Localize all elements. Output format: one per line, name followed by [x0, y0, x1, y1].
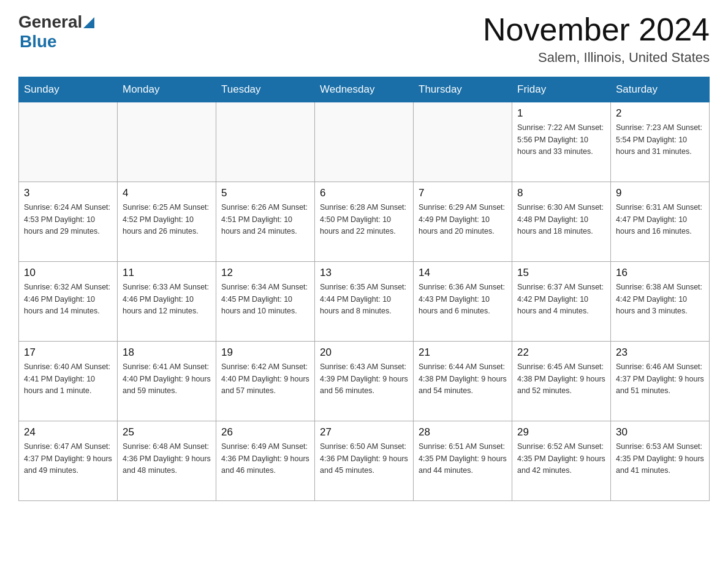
- logo-blue-text: Blue: [20, 32, 57, 52]
- cell-sun-info: Sunrise: 6:44 AM Sunset: 4:38 PM Dayligh…: [419, 361, 507, 397]
- calendar-cell: 21Sunrise: 6:44 AM Sunset: 4:38 PM Dayli…: [414, 342, 512, 421]
- cell-day-number: 19: [221, 347, 309, 359]
- calendar-cell: 8Sunrise: 6:30 AM Sunset: 4:48 PM Daylig…: [512, 182, 611, 262]
- calendar-cell: 5Sunrise: 6:26 AM Sunset: 4:51 PM Daylig…: [216, 182, 315, 262]
- calendar-week-row: 24Sunrise: 6:47 AM Sunset: 4:37 PM Dayli…: [19, 421, 710, 501]
- calendar-cell: 28Sunrise: 6:51 AM Sunset: 4:35 PM Dayli…: [414, 421, 512, 501]
- cell-sun-info: Sunrise: 6:40 AM Sunset: 4:41 PM Dayligh…: [24, 361, 112, 397]
- cell-day-number: 5: [221, 187, 309, 199]
- calendar-cell: 7Sunrise: 6:29 AM Sunset: 4:49 PM Daylig…: [414, 182, 512, 262]
- calendar-cell: 19Sunrise: 6:42 AM Sunset: 4:40 PM Dayli…: [216, 342, 315, 421]
- cell-sun-info: Sunrise: 6:25 AM Sunset: 4:52 PM Dayligh…: [123, 202, 211, 237]
- calendar-title: November 2024: [483, 12, 710, 47]
- cell-sun-info: Sunrise: 6:28 AM Sunset: 4:50 PM Dayligh…: [320, 202, 408, 237]
- cell-sun-info: Sunrise: 6:34 AM Sunset: 4:45 PM Dayligh…: [221, 282, 309, 317]
- cell-sun-info: Sunrise: 6:52 AM Sunset: 4:35 PM Dayligh…: [517, 441, 605, 477]
- cell-sun-info: Sunrise: 7:22 AM Sunset: 5:56 PM Dayligh…: [517, 122, 605, 158]
- cell-day-number: 3: [24, 187, 112, 199]
- header: General Blue November 2024 Salem, Illino…: [18, 12, 710, 66]
- cell-day-number: 27: [320, 426, 408, 439]
- weekday-header-tuesday: Tuesday: [216, 77, 315, 102]
- cell-sun-info: Sunrise: 6:50 AM Sunset: 4:36 PM Dayligh…: [320, 441, 408, 477]
- cell-sun-info: Sunrise: 6:29 AM Sunset: 4:49 PM Dayligh…: [419, 202, 507, 237]
- calendar-cell: 25Sunrise: 6:48 AM Sunset: 4:36 PM Dayli…: [118, 421, 216, 501]
- cell-sun-info: Sunrise: 6:31 AM Sunset: 4:47 PM Dayligh…: [616, 202, 704, 237]
- cell-day-number: 29: [517, 426, 605, 439]
- cell-sun-info: Sunrise: 6:48 AM Sunset: 4:36 PM Dayligh…: [123, 441, 211, 477]
- cell-day-number: 10: [24, 267, 112, 279]
- logo-triangle-icon: [83, 17, 94, 28]
- calendar-cell: 14Sunrise: 6:36 AM Sunset: 4:43 PM Dayli…: [414, 262, 512, 342]
- calendar-cell: 27Sunrise: 6:50 AM Sunset: 4:36 PM Dayli…: [315, 421, 414, 501]
- cell-sun-info: Sunrise: 6:41 AM Sunset: 4:40 PM Dayligh…: [123, 361, 211, 397]
- cell-sun-info: Sunrise: 6:47 AM Sunset: 4:37 PM Dayligh…: [24, 441, 112, 477]
- calendar-cell: 29Sunrise: 6:52 AM Sunset: 4:35 PM Dayli…: [512, 421, 611, 501]
- cell-day-number: 20: [320, 347, 408, 359]
- calendar-cell: [315, 102, 414, 182]
- cell-day-number: 26: [221, 426, 309, 439]
- cell-sun-info: Sunrise: 6:51 AM Sunset: 4:35 PM Dayligh…: [419, 441, 507, 477]
- calendar-week-row: 10Sunrise: 6:32 AM Sunset: 4:46 PM Dayli…: [19, 262, 710, 342]
- cell-day-number: 9: [616, 187, 704, 199]
- calendar-cell: 11Sunrise: 6:33 AM Sunset: 4:46 PM Dayli…: [118, 262, 216, 342]
- cell-day-number: 8: [517, 187, 605, 199]
- calendar-cell: 17Sunrise: 6:40 AM Sunset: 4:41 PM Dayli…: [19, 342, 118, 421]
- cell-day-number: 13: [320, 267, 408, 279]
- calendar-cell: [414, 102, 512, 182]
- cell-day-number: 15: [517, 267, 605, 279]
- calendar-table: SundayMondayTuesdayWednesdayThursdayFrid…: [18, 77, 710, 501]
- calendar-cell: [216, 102, 315, 182]
- calendar-cell: 6Sunrise: 6:28 AM Sunset: 4:50 PM Daylig…: [315, 182, 414, 262]
- weekday-header-row: SundayMondayTuesdayWednesdayThursdayFrid…: [19, 77, 710, 102]
- cell-day-number: 14: [419, 267, 507, 279]
- calendar-cell: 23Sunrise: 6:46 AM Sunset: 4:37 PM Dayli…: [611, 342, 710, 421]
- title-area: November 2024 Salem, Illinois, United St…: [483, 12, 710, 66]
- cell-day-number: 25: [123, 426, 211, 439]
- cell-sun-info: Sunrise: 6:46 AM Sunset: 4:37 PM Dayligh…: [616, 361, 704, 397]
- weekday-header-friday: Friday: [512, 77, 611, 102]
- calendar-cell: 2Sunrise: 7:23 AM Sunset: 5:54 PM Daylig…: [611, 102, 710, 182]
- logo-general-text: General: [18, 12, 82, 32]
- calendar-cell: 3Sunrise: 6:24 AM Sunset: 4:53 PM Daylig…: [19, 182, 118, 262]
- cell-day-number: 28: [419, 426, 507, 439]
- cell-sun-info: Sunrise: 6:26 AM Sunset: 4:51 PM Dayligh…: [221, 202, 309, 237]
- cell-sun-info: Sunrise: 6:49 AM Sunset: 4:36 PM Dayligh…: [221, 441, 309, 477]
- weekday-header-monday: Monday: [118, 77, 216, 102]
- cell-sun-info: Sunrise: 6:33 AM Sunset: 4:46 PM Dayligh…: [123, 282, 211, 317]
- calendar-cell: 12Sunrise: 6:34 AM Sunset: 4:45 PM Dayli…: [216, 262, 315, 342]
- calendar-cell: 26Sunrise: 6:49 AM Sunset: 4:36 PM Dayli…: [216, 421, 315, 501]
- cell-sun-info: Sunrise: 6:36 AM Sunset: 4:43 PM Dayligh…: [419, 282, 507, 317]
- logo: General Blue: [18, 12, 94, 52]
- weekday-header-thursday: Thursday: [414, 77, 512, 102]
- calendar-header: SundayMondayTuesdayWednesdayThursdayFrid…: [19, 77, 710, 102]
- calendar-week-row: 17Sunrise: 6:40 AM Sunset: 4:41 PM Dayli…: [19, 342, 710, 421]
- calendar-body: 1Sunrise: 7:22 AM Sunset: 5:56 PM Daylig…: [19, 102, 710, 501]
- cell-day-number: 23: [616, 347, 704, 359]
- calendar-cell: 1Sunrise: 7:22 AM Sunset: 5:56 PM Daylig…: [512, 102, 611, 182]
- calendar-cell: 13Sunrise: 6:35 AM Sunset: 4:44 PM Dayli…: [315, 262, 414, 342]
- calendar-cell: 20Sunrise: 6:43 AM Sunset: 4:39 PM Dayli…: [315, 342, 414, 421]
- cell-sun-info: Sunrise: 6:53 AM Sunset: 4:35 PM Dayligh…: [616, 441, 704, 477]
- cell-day-number: 7: [419, 187, 507, 199]
- cell-sun-info: Sunrise: 7:23 AM Sunset: 5:54 PM Dayligh…: [616, 122, 704, 158]
- cell-day-number: 30: [616, 426, 704, 439]
- cell-sun-info: Sunrise: 6:43 AM Sunset: 4:39 PM Dayligh…: [320, 361, 408, 397]
- calendar-cell: [118, 102, 216, 182]
- calendar-cell: 10Sunrise: 6:32 AM Sunset: 4:46 PM Dayli…: [19, 262, 118, 342]
- calendar-cell: 18Sunrise: 6:41 AM Sunset: 4:40 PM Dayli…: [118, 342, 216, 421]
- cell-day-number: 16: [616, 267, 704, 279]
- cell-day-number: 12: [221, 267, 309, 279]
- weekday-header-sunday: Sunday: [19, 77, 118, 102]
- calendar-cell: 30Sunrise: 6:53 AM Sunset: 4:35 PM Dayli…: [611, 421, 710, 501]
- cell-day-number: 6: [320, 187, 408, 199]
- cell-sun-info: Sunrise: 6:30 AM Sunset: 4:48 PM Dayligh…: [517, 202, 605, 237]
- cell-sun-info: Sunrise: 6:45 AM Sunset: 4:38 PM Dayligh…: [517, 361, 605, 397]
- calendar-cell: 22Sunrise: 6:45 AM Sunset: 4:38 PM Dayli…: [512, 342, 611, 421]
- cell-sun-info: Sunrise: 6:24 AM Sunset: 4:53 PM Dayligh…: [24, 202, 112, 237]
- cell-sun-info: Sunrise: 6:35 AM Sunset: 4:44 PM Dayligh…: [320, 282, 408, 317]
- calendar-week-row: 1Sunrise: 7:22 AM Sunset: 5:56 PM Daylig…: [19, 102, 710, 182]
- weekday-header-saturday: Saturday: [611, 77, 710, 102]
- cell-sun-info: Sunrise: 6:32 AM Sunset: 4:46 PM Dayligh…: [24, 282, 112, 317]
- cell-day-number: 24: [24, 426, 112, 439]
- calendar-cell: 24Sunrise: 6:47 AM Sunset: 4:37 PM Dayli…: [19, 421, 118, 501]
